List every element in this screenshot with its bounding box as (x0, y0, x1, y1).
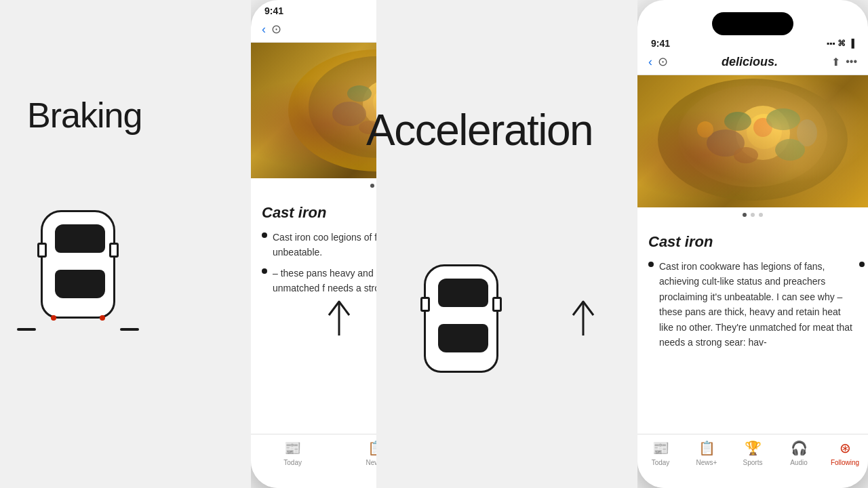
status-bar-left: 9:41 ▪▪ (251, 0, 376, 16)
car-mirror-left (37, 243, 47, 258)
dynamic-island (712, 12, 793, 35)
article-title-right: Cast iron (648, 233, 857, 251)
nav-title-left: deli (287, 22, 376, 37)
right-bullet-marker (859, 262, 865, 267)
bullet-1-right: Cast iron cookware has legions of fans, … (648, 259, 857, 350)
article-title-left: Cast iron (262, 204, 376, 222)
acceleration-label: Acceleration (366, 105, 593, 155)
article-para-1-left: Cast iron coo legions of fa cult-like st… (273, 230, 376, 260)
tab-sports-label-right: Sports (743, 459, 763, 466)
tab-today-label-left: Today (283, 459, 302, 466)
car-window-front (55, 224, 105, 253)
dot-1-right (743, 213, 747, 217)
tab-bar-right: 📰 Today 📋 News+ 🏆 Sports 🎧 Audio ⊛ Follo… (637, 434, 868, 488)
tab-today-label-right: Today (652, 459, 670, 466)
tab-audio-right[interactable]: 🎧 Audio (782, 440, 816, 466)
dynamic-island-container (637, 0, 868, 35)
article-left: Cast iron Cast iron coo legions of fa cu… (251, 193, 376, 296)
car-body (41, 210, 115, 319)
tab-sports-right[interactable]: 🏆 Sports (736, 440, 770, 466)
tab-newsplus-label-right: News+ (696, 459, 717, 466)
today-icon-left: 📰 (284, 440, 301, 456)
bullet-2-left: – these pans heavy and re no other. The … (262, 266, 376, 296)
more-icon-right[interactable]: ••• (846, 56, 857, 68)
dot-1 (370, 184, 374, 188)
tab-bar-left: 📰 Today 📋 News+ ⋯ S (251, 434, 376, 488)
car-window-rear (55, 270, 105, 298)
bullet-dot-2 (262, 268, 267, 274)
wifi-icon: ⌘ (837, 39, 846, 48)
tab-newsplus-right[interactable]: 📋 News+ (690, 440, 724, 466)
bullet-1-left: Cast iron coo legions of fa cult-like st… (262, 230, 376, 260)
acceleration-car-icon (417, 258, 505, 380)
tab-today-left[interactable]: 📰 Today (276, 440, 310, 466)
arrow-up-right (566, 298, 600, 339)
battery-icon: ▐ (848, 39, 854, 48)
upload-icon-right[interactable]: ⬆ (831, 56, 840, 68)
image-dots-left (251, 178, 376, 193)
accel-car-window-front (438, 279, 488, 307)
audio-icon-right: 🎧 (791, 440, 808, 456)
signal-bars-icon: ▪▪▪ (827, 39, 835, 48)
tab-following-label-right: Following (831, 459, 859, 466)
brake-dot-left (51, 315, 56, 321)
accel-car-mirror-left (420, 297, 430, 312)
phone-right-full: 9:41 ▪▪▪ ⌘ ▐ ‹ ⊙ delicious. ⬆ ••• (637, 0, 868, 488)
tab-newsplus-label-left: News+ (366, 459, 376, 466)
tab-newsplus-left[interactable]: 📋 News+ (359, 440, 376, 466)
food-image-right (637, 75, 868, 207)
dot-3-right (759, 213, 763, 217)
status-icons-right: ▪▪▪ ⌘ ▐ (827, 39, 854, 48)
article-right: Cast iron Cast iron cookware has legions… (637, 222, 868, 350)
food-image-left (251, 43, 376, 178)
phone-left-partial: 9:41 ▪▪ ‹ ⊙ deli (251, 0, 376, 488)
left-section: Braking (0, 0, 251, 488)
braking-car-icon (34, 203, 122, 325)
back-button-right[interactable]: ‹ (648, 55, 652, 69)
bullet-dot-1-right (648, 262, 654, 267)
nav-bar-right: ‹ ⊙ delicious. ⬆ ••• (637, 49, 868, 75)
share-icon-left: ⊙ (271, 22, 281, 37)
brake-line-right (120, 328, 139, 331)
back-button-left[interactable]: ‹ (262, 22, 266, 37)
share-icon-right: ⊙ (658, 54, 668, 69)
brake-line-left (17, 328, 36, 331)
car-mirror-right (109, 243, 119, 258)
bullet-dot-1 (262, 232, 267, 238)
image-dots-right (637, 207, 868, 222)
sports-icon-right: 🏆 (745, 440, 762, 456)
tab-audio-label-right: Audio (790, 459, 808, 466)
dot-2-right (751, 213, 755, 217)
newsplus-icon-left: 📋 (368, 440, 376, 456)
today-icon-right: 📰 (652, 440, 669, 456)
arrow-up-left (322, 298, 356, 339)
nav-bar-left: ‹ ⊙ deli (251, 16, 376, 43)
tab-following-right[interactable]: ⊛ Following (828, 440, 862, 466)
tab-today-right[interactable]: 📰 Today (644, 440, 677, 466)
acceleration-car-section (370, 237, 553, 400)
nav-title-right: delicious. (673, 55, 826, 69)
article-para-2-left: – these pans heavy and re no other. The … (273, 266, 376, 296)
status-time-right: 9:41 (651, 38, 670, 49)
accel-car-body (424, 264, 498, 373)
status-bar-right: 9:41 ▪▪▪ ⌘ ▐ (637, 35, 868, 49)
article-para-1-right: Cast iron cookware has legions of fans, … (659, 259, 857, 350)
newsplus-icon-right: 📋 (698, 440, 715, 456)
status-time-left: 9:41 (264, 5, 283, 16)
brake-dot-right (100, 315, 105, 321)
accel-car-mirror-right (492, 297, 502, 312)
following-icon-right: ⊛ (840, 440, 851, 456)
braking-label: Braking (27, 95, 142, 136)
accel-car-window-rear (438, 324, 488, 352)
